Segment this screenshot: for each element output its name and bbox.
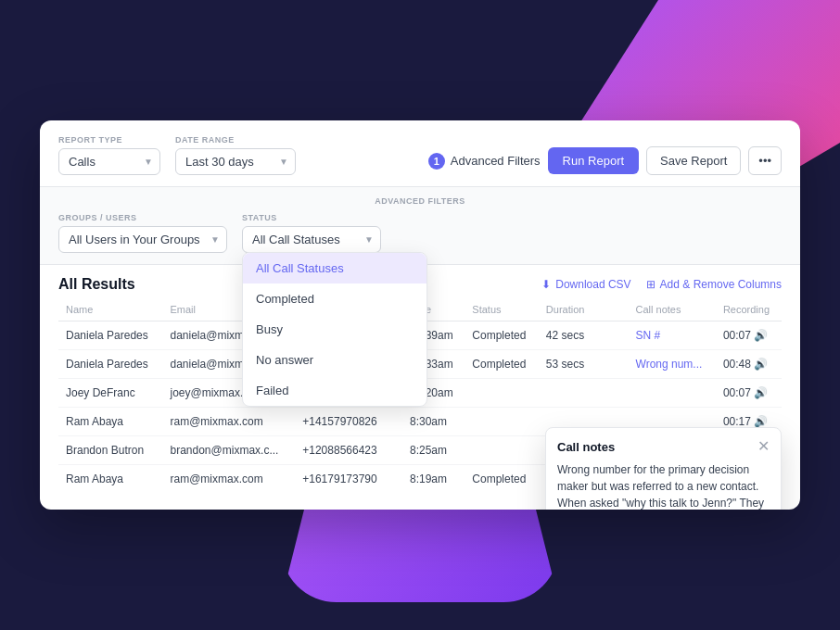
cell-name: Ram Abaya: [58, 465, 163, 494]
groups-users-group: GROUPS / USERS All Users in Your Groups …: [58, 213, 227, 253]
add-remove-columns-label: Add & Remove Columns: [660, 278, 782, 291]
popup-body: Wrong number for the primary decision ma…: [557, 461, 770, 510]
cell-duration: [539, 379, 629, 408]
popup-header: Call notes ✕: [557, 439, 770, 454]
download-csv-link[interactable]: ⬇ Download CSV: [541, 278, 630, 291]
call-notes-popup: Call notes ✕ Wrong number for the primar…: [545, 427, 782, 510]
col-recording: Recording: [716, 300, 782, 321]
popup-close-button[interactable]: ✕: [757, 439, 770, 454]
groups-users-select-wrap: All Users in Your Groups ▼: [58, 226, 227, 253]
cell-notes: [629, 379, 716, 408]
cell-name: Brandon Butron: [58, 436, 163, 465]
date-range-label: DATE RANGE: [175, 135, 296, 145]
status-label: STATUS: [242, 213, 381, 222]
cell-recording: 00:48 🔊: [716, 350, 782, 379]
col-status: Status: [465, 300, 539, 321]
top-bar-right: 1 Advanced Filters Run Report Save Repor…: [428, 146, 782, 175]
cell-email: ram@mixmax.com: [163, 408, 296, 436]
dropdown-item-busy[interactable]: Busy: [243, 314, 426, 345]
cell-name: Daniela Paredes: [58, 321, 163, 350]
save-report-button[interactable]: Save Report: [646, 146, 741, 175]
advanced-section-title: ADVANCED FILTERS: [58, 196, 782, 206]
filter-row: GROUPS / USERS All Users in Your Groups …: [58, 213, 782, 253]
more-options-button[interactable]: •••: [748, 146, 782, 175]
cell-duration: 42 secs: [539, 321, 629, 350]
cell-notes[interactable]: SN #: [629, 321, 716, 350]
dropdown-item-no-answer[interactable]: No answer: [243, 345, 426, 375]
cell-status: [465, 408, 539, 436]
cell-date: 8:25am: [402, 436, 465, 465]
advanced-filters-label: Advanced Filters: [451, 154, 541, 168]
cell-email: ram@mixmax.com: [163, 465, 296, 494]
cell-phone: +16179173790: [295, 465, 402, 494]
cell-name: Joey DeFranc: [58, 379, 163, 408]
advanced-filters-button[interactable]: 1 Advanced Filters: [428, 153, 541, 170]
cell-status: [465, 379, 539, 408]
cell-recording: 00:07 🔊: [716, 379, 782, 408]
top-bar: REPORT TYPE Calls Emails Tasks ▼ DATE RA…: [40, 120, 800, 187]
report-type-group: REPORT TYPE Calls Emails Tasks ▼: [58, 135, 160, 175]
cell-phone: +14157970826: [295, 408, 402, 436]
cell-date: 8:30am: [402, 408, 465, 436]
col-name: Name: [58, 300, 163, 321]
cell-date: 8:19am: [402, 465, 465, 494]
groups-users-label: GROUPS / USERS: [58, 213, 227, 222]
cell-status: Completed: [465, 350, 539, 379]
run-report-button[interactable]: Run Report: [548, 147, 639, 174]
col-duration: Duration: [539, 300, 629, 321]
status-select-wrap: All Call Statuses Completed Busy No answ…: [242, 226, 381, 253]
report-type-select-wrap: Calls Emails Tasks ▼: [58, 148, 160, 175]
cell-duration: 53 secs: [539, 350, 629, 379]
dropdown-item-failed[interactable]: Failed: [243, 375, 426, 406]
status-select[interactable]: All Call Statuses Completed Busy No answ…: [242, 226, 381, 253]
date-range-group: DATE RANGE Last 30 days Last 7 days This…: [175, 135, 296, 175]
top-bar-left: REPORT TYPE Calls Emails Tasks ▼ DATE RA…: [58, 135, 296, 175]
date-range-select[interactable]: Last 30 days Last 7 days This month Cust…: [175, 148, 296, 175]
add-remove-columns-link[interactable]: ⊞ Add & Remove Columns: [646, 278, 782, 291]
report-type-select[interactable]: Calls Emails Tasks: [58, 148, 160, 175]
status-dropdown-overlay: All Call Statuses Completed Busy No answ…: [242, 252, 427, 407]
results-title: All Results: [58, 276, 135, 293]
cell-name: Ram Abaya: [58, 408, 163, 436]
main-card: REPORT TYPE Calls Emails Tasks ▼ DATE RA…: [40, 120, 800, 510]
download-icon: ⬇: [541, 278, 551, 291]
dropdown-item-all[interactable]: All Call Statuses: [243, 253, 426, 284]
columns-icon: ⊞: [646, 278, 655, 291]
cell-notes[interactable]: Wrong num...: [629, 350, 716, 379]
col-notes: Call notes: [629, 300, 716, 321]
advanced-filters-section: ADVANCED FILTERS GROUPS / USERS All User…: [40, 187, 800, 265]
filter-count-badge: 1: [428, 153, 445, 170]
date-range-select-wrap: Last 30 days Last 7 days This month Cust…: [175, 148, 296, 175]
cell-email: brandon@mixmax.c...: [163, 436, 296, 465]
groups-users-select[interactable]: All Users in Your Groups: [58, 226, 227, 253]
status-group: STATUS All Call Statuses Completed Busy …: [242, 213, 381, 253]
cell-status: Completed: [465, 465, 539, 494]
report-type-label: REPORT TYPE: [58, 135, 160, 145]
cell-recording: 00:07 🔊: [716, 321, 782, 350]
dropdown-item-completed[interactable]: Completed: [243, 284, 426, 314]
popup-title: Call notes: [557, 440, 615, 454]
cell-name: Daniela Paredes: [58, 350, 163, 379]
cell-status: Completed: [465, 321, 539, 350]
cell-status: [465, 436, 539, 465]
results-actions: ⬇ Download CSV ⊞ Add & Remove Columns: [541, 278, 782, 291]
download-csv-label: Download CSV: [555, 278, 630, 291]
cell-phone: +12088566423: [295, 436, 402, 465]
